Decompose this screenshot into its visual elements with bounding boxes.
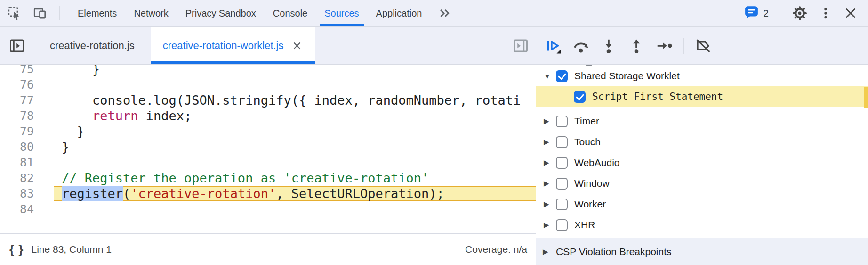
code-editor[interactable]: 75 }7677 console.log(JSON.stringify({ in…: [0, 65, 536, 233]
more-options-kebab-icon[interactable]: [819, 6, 832, 20]
token-plain: index;: [138, 108, 192, 123]
breakpoint-row-script-first-statement[interactable]: Script First Statement: [536, 86, 868, 107]
inspect-icon[interactable]: [8, 6, 22, 20]
toolbar-divider: [780, 6, 780, 21]
chevron-down-icon[interactable]: ▼: [544, 72, 556, 80]
file-tab-bar: creative-rotation.jscreative-rotation-wo…: [0, 27, 868, 65]
show-navigator-icon[interactable]: [0, 27, 34, 64]
line-number[interactable]: 76: [0, 77, 54, 92]
highlighted-row-scroll-marker: [864, 87, 868, 108]
token-plain: , SelectURLOperation);: [276, 186, 444, 201]
breakpoint-row-touch[interactable]: ▶Touch: [536, 132, 868, 152]
section-csp-violation-breakpoints[interactable]: ▶ CSP Violation Breakpoints: [536, 238, 868, 265]
cursor-position: Line 83, Column 1: [31, 244, 111, 255]
close-icon[interactable]: [844, 6, 858, 20]
line-number[interactable]: 81: [0, 155, 54, 170]
line-number[interactable]: 78: [0, 108, 54, 124]
step-out-icon[interactable]: [628, 37, 645, 54]
more-tabs-button[interactable]: [430, 0, 459, 26]
chevron-right-icon[interactable]: ▶: [544, 179, 556, 188]
step-into-icon[interactable]: [600, 37, 617, 54]
devtools-window: ElementsNetworkPrivacy SandboxConsoleSou…: [0, 0, 868, 265]
token-plain: (: [123, 186, 130, 201]
pause-resume-icon[interactable]: [545, 37, 562, 54]
step-over-icon[interactable]: [572, 37, 589, 54]
issues-count: 2: [763, 8, 769, 19]
line-number[interactable]: 80: [0, 139, 54, 155]
file-tab-creative-rotation-js[interactable]: creative-rotation.js: [34, 27, 151, 64]
tab-sources[interactable]: Sources: [316, 0, 367, 26]
code-text: return index;: [54, 108, 536, 124]
code-line: 79 }: [0, 124, 536, 139]
checkbox-timer[interactable]: [556, 116, 568, 127]
main-toolbar: ElementsNetworkPrivacy SandboxConsoleSou…: [0, 0, 868, 27]
breakpoint-label: Window: [574, 178, 610, 189]
line-number[interactable]: 75: [0, 65, 54, 77]
section-label: CSP Violation Breakpoints: [556, 246, 672, 257]
debugger-toolbar: [536, 27, 868, 64]
line-number[interactable]: 79: [0, 124, 54, 139]
breakpoints-list: ▼Shared Storage WorkletScript First Stat…: [536, 66, 868, 235]
chevron-right-icon[interactable]: ▶: [544, 200, 556, 208]
code-text: [54, 201, 536, 217]
code-line: 83register('creative-rotation', SelectUR…: [0, 186, 536, 201]
settings-gear-icon[interactable]: [792, 5, 808, 21]
toggle-debugger-sidebar-icon[interactable]: [512, 27, 529, 64]
code-line: 82// Register the operation as 'creative…: [0, 170, 536, 186]
code-lines: 75 }7677 console.log(JSON.stringify({ in…: [0, 65, 536, 217]
token-plain: [62, 108, 92, 123]
tab-application[interactable]: Application: [368, 0, 431, 26]
token-plain: console.log(JSON.stringify({ index, rand…: [62, 93, 521, 108]
tab-privacy-sandbox[interactable]: Privacy Sandbox: [177, 0, 265, 26]
line-number[interactable]: 83: [0, 186, 54, 201]
code-text: console.log(JSON.stringify({ index, rand…: [54, 92, 536, 108]
code-line: 75 }: [0, 65, 536, 77]
chevron-right-icon[interactable]: ▶: [544, 221, 556, 229]
breakpoint-row-shared-storage-worklet[interactable]: ▼Shared Storage Worklet: [536, 66, 868, 86]
breakpoint-row-xhr[interactable]: ▶XHR: [536, 215, 868, 235]
code-line: 81: [0, 155, 536, 170]
toolbar-divider: [683, 38, 684, 54]
token-plain: }: [62, 65, 100, 76]
curly-braces-icon[interactable]: { }: [9, 242, 24, 257]
line-number[interactable]: 82: [0, 170, 54, 186]
breakpoint-label: XHR: [574, 219, 595, 231]
breakpoint-row-timer[interactable]: ▶Timer: [536, 111, 868, 132]
line-number[interactable]: 77: [0, 92, 54, 108]
checkbox-window[interactable]: [556, 178, 568, 190]
checkbox-webaudio[interactable]: [556, 157, 568, 169]
device-toolbar-icon[interactable]: [33, 6, 47, 20]
deactivate-breakpoints-icon[interactable]: [695, 37, 712, 54]
breakpoint-label: Script First Statement: [592, 91, 723, 102]
breakpoint-row-webaudio[interactable]: ▶WebAudio: [536, 152, 868, 173]
tab-network[interactable]: Network: [125, 0, 177, 26]
toolbar-left-icons: [0, 0, 69, 26]
token-selected: register: [62, 186, 123, 201]
issues-button[interactable]: 2: [744, 5, 769, 21]
chevron-right-icon[interactable]: ▶: [544, 138, 556, 146]
breakpoint-row-worker[interactable]: ▶Worker: [536, 194, 868, 215]
chevron-right-icon[interactable]: ▶: [544, 117, 556, 125]
chevron-right-icon[interactable]: ▶: [543, 248, 556, 256]
tab-elements[interactable]: Elements: [69, 0, 125, 26]
event-listener-breakpoints-panel: ▼Shared Storage WorkletScript First Stat…: [536, 65, 868, 265]
checkbox-touch[interactable]: [556, 136, 568, 148]
toolbar-divider: [59, 6, 60, 20]
main-tab-strip: ElementsNetworkPrivacy SandboxConsoleSou…: [69, 0, 430, 26]
step-icon[interactable]: [656, 37, 673, 54]
checkbox-script-first-statement[interactable]: [574, 91, 586, 103]
code-line: 77 console.log(JSON.stringify({ index, r…: [0, 92, 536, 108]
checkbox-xhr[interactable]: [556, 219, 568, 231]
close-tab-icon[interactable]: [291, 40, 303, 51]
chevron-right-icon[interactable]: ▶: [544, 158, 556, 167]
file-tab-creative-rotation-worklet-js[interactable]: creative-rotation-worklet.js: [151, 27, 315, 64]
breakpoint-row-window[interactable]: ▶Window: [536, 173, 868, 194]
breakpoint-label: Worker: [574, 199, 606, 210]
tab-console[interactable]: Console: [265, 0, 316, 26]
line-number[interactable]: 84: [0, 201, 54, 217]
checkbox-worker[interactable]: [556, 199, 568, 210]
checkbox-shared-storage-worklet[interactable]: [556, 70, 568, 82]
breakpoint-label: Shared Storage Worklet: [574, 70, 680, 82]
editor-status-bar: { } Line 83, Column 1 Coverage: n/a: [0, 233, 536, 265]
token-string: 'creative-rotation': [130, 186, 276, 201]
